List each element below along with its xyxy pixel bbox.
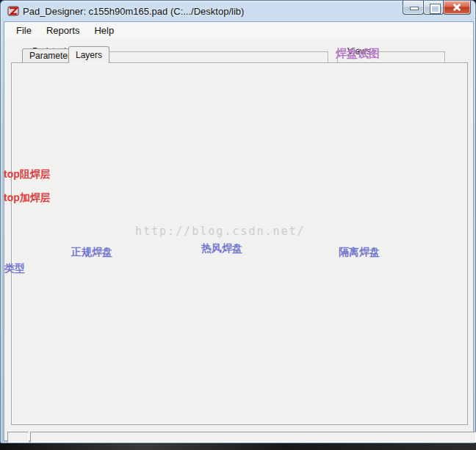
menu-help[interactable]: Help: [87, 23, 121, 37]
annotation-regular-pad: 正规焊盘: [71, 246, 112, 259]
app-icon: [7, 5, 19, 17]
annotation-anti-pad: 隔离焊盘: [339, 246, 380, 259]
annotation-type: 类型: [4, 262, 25, 275]
annotation-pastemask: top加焊层: [4, 192, 51, 205]
minimize-button[interactable]: [403, 1, 424, 15]
status-bar-cell: [7, 432, 29, 443]
annotation-thermal-pad: 热风焊盘: [201, 242, 242, 255]
tab-layers[interactable]: Layers: [68, 46, 109, 63]
menu-bar: File Reports Help: [4, 22, 473, 38]
annotation-pad-view: 焊盘试图: [336, 47, 380, 61]
status-bar-message: [30, 432, 476, 443]
window-title: Pad_Designer: c155h90m165.pad (C:.../Des…: [23, 6, 244, 17]
screen: Pad_Designer: c155h90m165.pad (C:.../Des…: [0, 0, 476, 450]
desktop-background-strip: [0, 443, 476, 450]
menu-file[interactable]: File: [9, 23, 39, 37]
annotation-soldermask: top阻焊层: [4, 168, 51, 181]
watermark-text: http://blog.csdn.net/: [135, 225, 306, 238]
maximize-button[interactable]: [423, 1, 444, 15]
title-bar[interactable]: Pad_Designer: c155h90m165.pad (C:.../Des…: [1, 1, 476, 21]
pad-designer-window: Pad_Designer: c155h90m165.pad (C:.../Des…: [0, 0, 476, 443]
menu-reports[interactable]: Reports: [39, 23, 87, 37]
close-button[interactable]: [443, 1, 471, 15]
client-area: File Reports Help Parameters Layers 焊盘试图…: [4, 21, 474, 441]
